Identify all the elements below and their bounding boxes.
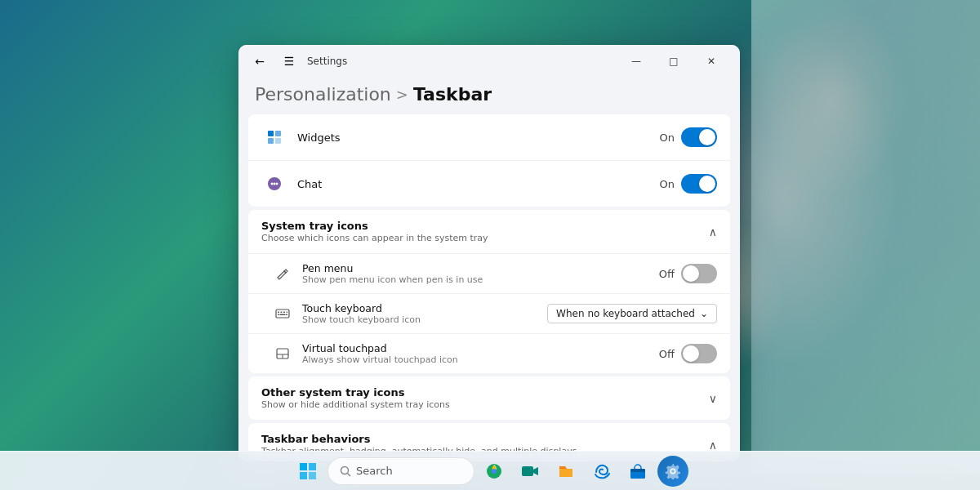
- svg-point-23: [341, 466, 349, 474]
- store-taskbar-icon[interactable]: [621, 455, 654, 488]
- svg-rect-20: [309, 463, 316, 470]
- files-taskbar-icon[interactable]: [550, 455, 582, 488]
- taskbar-behaviors-title: Taskbar behaviors: [261, 433, 709, 445]
- svg-rect-11: [283, 312, 285, 314]
- taskbar-search[interactable]: Search: [327, 457, 474, 485]
- chat-label: Chat: [297, 178, 660, 190]
- system-tray-desc: Choose which icons can appear in the sys…: [261, 233, 709, 243]
- other-tray-desc: Show or hide additional system tray icon…: [261, 399, 709, 410]
- top-settings-card: Widgets On Chat On: [248, 114, 730, 207]
- other-tray-section: Other system tray icons Show or hide add…: [248, 376, 730, 420]
- other-tray-title: Other system tray icons: [261, 386, 709, 399]
- virtual-touchpad-toggle[interactable]: [681, 344, 717, 363]
- virtual-touchpad-title: Virtual touchpad: [302, 342, 659, 354]
- pen-menu-labels: Pen menu Show pen menu icon when pen is …: [302, 262, 659, 285]
- svg-rect-9: [278, 312, 279, 314]
- settings-window: ← ☰ Settings — □ ✕ Personalization > Tas…: [238, 45, 740, 461]
- taskbar-behaviors-chevron: ∧: [709, 439, 717, 452]
- browser1-taskbar-icon[interactable]: [478, 455, 510, 488]
- chat-value: On: [660, 178, 675, 190]
- window-title: Settings: [307, 56, 347, 67]
- system-tray-header-row[interactable]: System tray icons Choose which icons can…: [248, 210, 730, 254]
- taskbar: Search: [0, 451, 980, 490]
- chat-setting-row: Chat On: [248, 161, 730, 207]
- edge-taskbar-icon[interactable]: [586, 455, 618, 488]
- breadcrumb-area: Personalization > Taskbar: [238, 78, 740, 114]
- window-controls: — □ ✕: [617, 48, 730, 74]
- pen-menu-title: Pen menu: [302, 262, 659, 274]
- widgets-icon: [261, 124, 287, 150]
- other-tray-header-row[interactable]: Other system tray icons Show or hide add…: [248, 376, 730, 420]
- title-nav: ← ☰ Settings: [248, 50, 347, 73]
- breadcrumb-separator: >: [396, 86, 408, 103]
- title-bar: ← ☰ Settings — □ ✕: [238, 45, 740, 78]
- dropdown-value: When no keyboard attached: [556, 308, 695, 319]
- system-tray-section: System tray icons Choose which icons can…: [248, 210, 730, 373]
- svg-rect-12: [287, 312, 288, 314]
- svg-point-6: [274, 183, 276, 185]
- maximize-button[interactable]: □: [655, 48, 693, 74]
- virtual-touchpad-desc: Always show virtual touchpad icon: [302, 354, 659, 365]
- svg-line-24: [348, 473, 351, 476]
- settings-taskbar-icon[interactable]: [657, 456, 688, 487]
- windows-start-icon[interactable]: [292, 455, 324, 488]
- svg-rect-27: [522, 466, 533, 476]
- virtual-touchpad-row: Virtual touchpad Always show virtual tou…: [248, 334, 730, 373]
- minimize-button[interactable]: —: [617, 48, 655, 74]
- svg-marker-28: [533, 467, 538, 475]
- svg-rect-19: [300, 463, 307, 470]
- svg-rect-10: [281, 312, 283, 314]
- touch-keyboard-icon: [271, 302, 294, 325]
- system-tray-chevron: ∧: [709, 225, 717, 238]
- search-icon: [340, 466, 351, 477]
- pen-menu-value: Off: [659, 268, 675, 280]
- breadcrumb-parent[interactable]: Personalization: [255, 84, 391, 105]
- touch-keyboard-labels: Touch keyboard Show touch keyboard icon: [302, 302, 547, 325]
- svg-rect-22: [309, 472, 316, 479]
- svg-rect-13: [278, 314, 279, 316]
- virtual-touchpad-icon: [271, 342, 294, 365]
- virtual-touchpad-labels: Virtual touchpad Always show virtual tou…: [302, 342, 659, 365]
- pen-menu-toggle[interactable]: [681, 264, 717, 283]
- pen-menu-icon: [271, 262, 294, 285]
- svg-point-5: [271, 183, 274, 185]
- widgets-value: On: [660, 131, 675, 144]
- hamburger-menu-button[interactable]: ☰: [278, 50, 301, 73]
- settings-content[interactable]: Widgets On Chat On: [238, 114, 740, 461]
- other-tray-chevron: ∨: [709, 392, 717, 405]
- widgets-label: Widgets: [297, 131, 660, 144]
- chat-icon: [261, 171, 287, 197]
- svg-rect-3: [275, 138, 281, 144]
- breadcrumb: Personalization > Taskbar: [255, 84, 724, 105]
- pen-menu-row: Pen menu Show pen menu icon when pen is …: [248, 254, 730, 294]
- widgets-setting-row: Widgets On: [248, 114, 730, 161]
- breadcrumb-current: Taskbar: [413, 84, 492, 105]
- search-label: Search: [356, 465, 393, 477]
- svg-rect-0: [268, 131, 274, 136]
- virtual-touchpad-value: Off: [659, 348, 675, 360]
- svg-rect-14: [280, 314, 286, 316]
- back-button[interactable]: ←: [248, 50, 271, 73]
- svg-rect-21: [300, 472, 307, 479]
- dropdown-chevron-icon: ⌄: [700, 308, 708, 319]
- svg-rect-30: [630, 469, 645, 472]
- widgets-toggle[interactable]: [681, 127, 717, 147]
- touch-keyboard-desc: Show touch keyboard icon: [302, 314, 547, 325]
- taskbar-center-icons: Search: [292, 455, 688, 488]
- system-tray-info: System tray icons Choose which icons can…: [261, 220, 709, 243]
- touch-keyboard-title: Touch keyboard: [302, 302, 547, 314]
- system-tray-title: System tray icons: [261, 220, 709, 232]
- svg-point-26: [492, 469, 497, 474]
- other-tray-info: Other system tray icons Show or hide add…: [261, 386, 709, 410]
- svg-rect-8: [276, 310, 289, 318]
- pen-menu-desc: Show pen menu icon when pen is in use: [302, 274, 659, 285]
- close-button[interactable]: ✕: [693, 48, 730, 74]
- chat-toggle[interactable]: [681, 174, 717, 194]
- svg-rect-1: [275, 131, 281, 136]
- svg-rect-15: [286, 314, 287, 316]
- touch-keyboard-row: Touch keyboard Show touch keyboard icon …: [248, 294, 730, 334]
- touch-keyboard-dropdown[interactable]: When no keyboard attached ⌄: [547, 304, 717, 323]
- meet-taskbar-icon[interactable]: [514, 455, 546, 488]
- flamingo-decoration: [751, 0, 980, 474]
- svg-point-7: [276, 183, 278, 185]
